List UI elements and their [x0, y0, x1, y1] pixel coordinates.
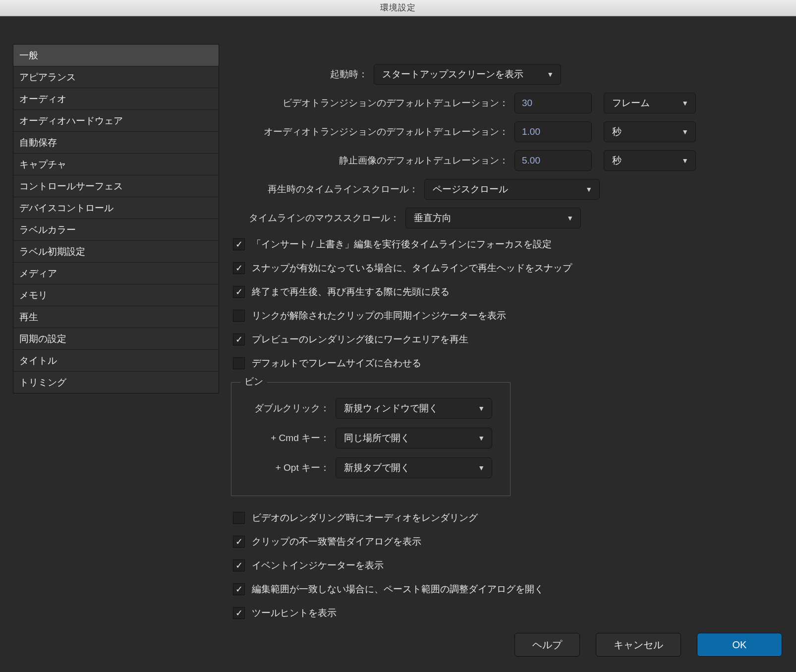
bin-opt-label: + Opt キー：	[242, 461, 336, 474]
sidebar-item-6[interactable]: コントロールサーフェス	[13, 175, 219, 197]
bin-double-click-dropdown[interactable]: 新規ウィンドウで開く ▼	[336, 398, 492, 419]
still-image-unit-dropdown[interactable]: 秒 ▼	[604, 150, 696, 171]
sidebar-item-5[interactable]: キャプチャ	[13, 154, 219, 175]
sidebar-item-2[interactable]: オーディオ	[13, 88, 219, 110]
cb-paste-range-adjust-dialog[interactable]: ✓	[233, 583, 245, 595]
sidebar-item-1[interactable]: アピアランス	[13, 66, 219, 88]
sidebar-item-9[interactable]: ラベル初期設定	[13, 241, 219, 263]
audio-transition-value-input[interactable]: 1.00	[514, 121, 592, 142]
cb-play-workarea-after-render-label: プレビューのレンダリング後にワークエリアを再生	[252, 333, 468, 346]
audio-transition-value: 1.00	[522, 126, 540, 137]
bin-cmd-dropdown[interactable]: 同じ場所で開く ▼	[336, 428, 492, 448]
bin-cmd-value: 同じ場所で開く	[344, 432, 410, 445]
cb-tool-hints[interactable]: ✓	[233, 607, 245, 619]
cb-clip-mismatch-warning-label: クリップの不一致警告ダイアログを表示	[252, 535, 421, 548]
sidebar-item-11[interactable]: メモリ	[13, 284, 219, 306]
chevron-down-icon: ▼	[567, 214, 573, 222]
cb-snap-playhead-label: スナップが有効になっている場合に、タイムラインで再生ヘッドをスナップ	[252, 262, 572, 275]
ok-button[interactable]: OK	[697, 633, 782, 657]
bin-opt-value: 新規タブで開く	[344, 461, 410, 474]
help-button[interactable]: ヘルプ	[514, 633, 580, 657]
cb-paste-range-adjust-dialog-label: 編集範囲が一致しない場合に、ペースト範囲の調整ダイアログを開く	[252, 583, 544, 596]
cb-play-return-start-label: 終了まで再生後、再び再生する際に先頭に戻る	[252, 285, 450, 298]
sidebar-item-0[interactable]: 一般	[13, 45, 219, 66]
cancel-button[interactable]: キャンセル	[596, 633, 681, 657]
audio-transition-unit-value: 秒	[612, 125, 622, 138]
sidebar-item-8[interactable]: ラベルカラー	[13, 219, 219, 241]
cb-default-scale-frame[interactable]	[233, 357, 245, 369]
still-image-value: 5.00	[522, 155, 540, 166]
sidebar-item-4[interactable]: 自動保存	[13, 132, 219, 154]
cb-default-scale-frame-label: デフォルトでフレームサイズに合わせる	[252, 357, 421, 370]
still-image-label: 静止画像のデフォルトデュレーション：	[231, 154, 514, 167]
sidebar-item-14[interactable]: タイトル	[13, 350, 219, 372]
playback-scroll-value: ページスクロール	[433, 183, 508, 196]
video-transition-label: ビデオトランジションのデフォルトデュレーション：	[231, 97, 514, 110]
cb-render-audio-with-video[interactable]	[233, 512, 245, 524]
general-panel: 起動時： スタートアップスクリーンを表示 ▼ ビデオトランジションのデフォルトデ…	[231, 44, 783, 672]
cb-tool-hints-label: ツールヒントを表示	[252, 607, 337, 619]
sidebar-item-7[interactable]: デバイスコントロール	[13, 197, 219, 219]
dialog-body: 一般アピアランスオーディオオーディオハードウェア自動保存キャプチャコントロールサ…	[0, 16, 796, 672]
startup-dropdown[interactable]: スタートアップスクリーンを表示 ▼	[374, 64, 561, 85]
cb-clip-mismatch-warning[interactable]: ✓	[233, 536, 245, 548]
button-bar: ヘルプ キャンセル OK	[514, 633, 782, 657]
mouse-scroll-value: 垂直方向	[414, 212, 452, 224]
video-transition-value-input[interactable]: 30	[514, 93, 592, 113]
playback-scroll-dropdown[interactable]: ページスクロール ▼	[424, 179, 600, 200]
bin-double-click-value: 新規ウィンドウで開く	[344, 402, 438, 415]
sidebar-item-12[interactable]: 再生	[13, 306, 219, 328]
video-transition-value: 30	[522, 98, 532, 109]
cb-render-audio-with-video-label: ビデオのレンダリング時にオーディオをレンダリング	[252, 511, 478, 524]
mouse-scroll-label: タイムラインのマウススクロール：	[231, 212, 405, 224]
audio-transition-unit-dropdown[interactable]: 秒 ▼	[604, 121, 696, 142]
video-transition-unit-value: フレーム	[612, 97, 650, 110]
sidebar-item-15[interactable]: トリミング	[13, 372, 219, 393]
cb-snap-playhead[interactable]: ✓	[233, 262, 245, 274]
window-titlebar: 環境設定	[0, 0, 796, 16]
chevron-down-icon: ▼	[478, 434, 485, 442]
chevron-down-icon: ▼	[585, 185, 592, 193]
bin-fieldset-legend: ビン	[240, 375, 267, 388]
chevron-down-icon: ▼	[682, 99, 688, 107]
chevron-down-icon: ▼	[478, 404, 485, 412]
mouse-scroll-dropdown[interactable]: 垂直方向 ▼	[405, 208, 581, 228]
window-title: 環境設定	[380, 3, 416, 12]
chevron-down-icon: ▼	[682, 128, 688, 136]
category-sidebar: 一般アピアランスオーディオオーディオハードウェア自動保存キャプチャコントロールサ…	[13, 44, 219, 393]
playback-scroll-label: 再生時のタイムラインスクロール：	[231, 183, 424, 196]
bin-double-click-label: ダブルクリック：	[242, 402, 336, 415]
bin-opt-dropdown[interactable]: 新規タブで開く ▼	[336, 457, 492, 478]
sidebar-item-3[interactable]: オーディオハードウェア	[13, 110, 219, 132]
cb-insert-focus-label: 「インサート / 上書き」編集を実行後タイムラインにフォーカスを設定	[252, 238, 552, 251]
help-button-label: ヘルプ	[532, 638, 562, 652]
audio-transition-label: オーディオトランジションのデフォルトデュレーション：	[231, 125, 514, 138]
cb-insert-focus[interactable]: ✓	[233, 238, 245, 250]
chevron-down-icon: ▼	[682, 157, 688, 165]
cb-event-indicators[interactable]: ✓	[233, 560, 245, 571]
bin-cmd-label: + Cmd キー：	[242, 432, 336, 445]
startup-label: 起動時：	[231, 68, 374, 81]
cb-play-workarea-after-render[interactable]: ✓	[233, 334, 245, 345]
video-transition-unit-dropdown[interactable]: フレーム ▼	[604, 93, 696, 113]
sidebar-item-10[interactable]: メディア	[13, 263, 219, 284]
still-image-value-input[interactable]: 5.00	[514, 150, 592, 171]
sidebar-item-13[interactable]: 同期の設定	[13, 328, 219, 350]
chevron-down-icon: ▼	[478, 464, 485, 472]
cancel-button-label: キャンセル	[614, 638, 663, 652]
cb-async-indicator[interactable]	[233, 310, 245, 322]
startup-dropdown-value: スタートアップスクリーンを表示	[382, 68, 523, 81]
cb-play-return-start[interactable]: ✓	[233, 286, 245, 298]
bin-fieldset: ビン ダブルクリック： 新規ウィンドウで開く ▼ + Cmd キー： 同じ場所で…	[231, 382, 511, 496]
ok-button-label: OK	[733, 639, 747, 651]
cb-async-indicator-label: リンクが解除されたクリップの非同期インジケーターを表示	[252, 309, 506, 322]
still-image-unit-value: 秒	[612, 154, 622, 167]
cb-event-indicators-label: イベントインジケーターを表示	[252, 559, 384, 572]
chevron-down-icon: ▼	[547, 70, 554, 78]
